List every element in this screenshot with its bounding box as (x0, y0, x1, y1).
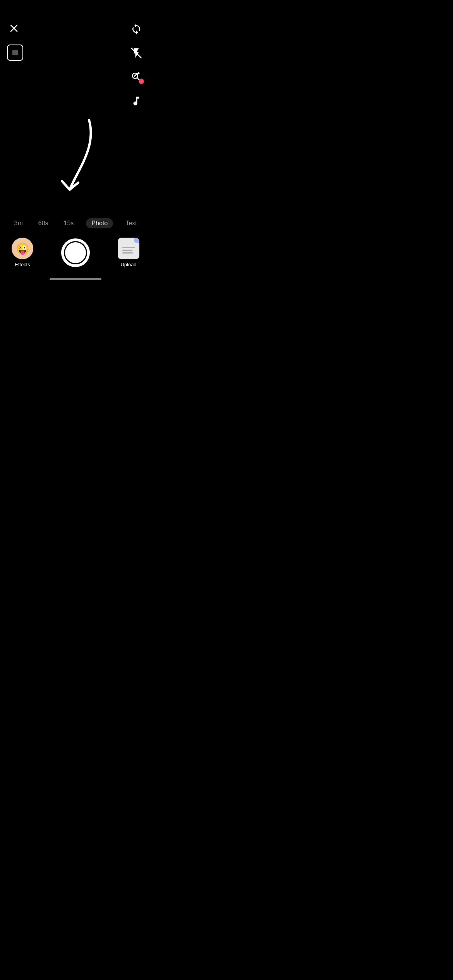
upload-line-3 (122, 252, 133, 254)
top-right-controls (129, 21, 144, 109)
upload-line-2 (122, 250, 132, 251)
arrow-guide (39, 116, 116, 205)
bottom-controls-row: 😜 Effects Upload (0, 238, 151, 267)
shutter-inner-circle (64, 241, 87, 264)
music-button[interactable] (129, 93, 144, 109)
mode-60s[interactable]: 60s (35, 218, 51, 228)
mode-selector: 3m 60s 15s Photo Text (0, 218, 151, 228)
effects-label: Effects (15, 262, 30, 267)
camera-screen: 3m 60s 15s Photo Text 😜 Effects (0, 0, 151, 327)
mode-photo[interactable]: Photo (86, 218, 113, 228)
mode-15s[interactable]: 15s (61, 218, 77, 228)
mode-3m[interactable]: 3m (11, 218, 26, 228)
effects-button[interactable]: 😜 Effects (12, 238, 33, 267)
upload-button[interactable]: Upload (118, 238, 139, 267)
upload-lines (119, 241, 138, 257)
flash-button[interactable] (129, 45, 144, 61)
top-left-controls (7, 21, 23, 61)
upload-label: Upload (120, 262, 136, 267)
upload-line-1 (122, 247, 135, 248)
close-button[interactable] (7, 21, 21, 35)
mode-text[interactable]: Text (122, 218, 140, 228)
flip-camera-button[interactable] (129, 21, 144, 37)
gallery-thumbnail (12, 50, 18, 55)
effect-active-badge (139, 79, 144, 84)
upload-icon (118, 238, 139, 259)
bottom-bar: 3m 60s 15s Photo Text 😜 Effects (0, 218, 151, 327)
gallery-button[interactable] (7, 45, 23, 61)
effects-emoji-icon: 😜 (12, 238, 33, 259)
home-indicator (50, 278, 101, 280)
shutter-button[interactable] (61, 238, 90, 267)
beauty-effect-button[interactable] (129, 69, 144, 85)
